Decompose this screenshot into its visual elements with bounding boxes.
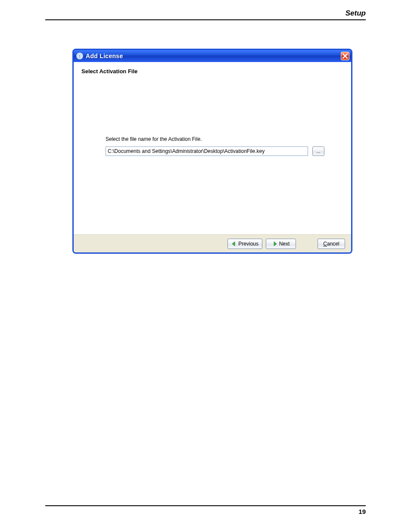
dialog-app-icon: ↑ xyxy=(76,53,83,59)
activation-file-path-input[interactable] xyxy=(106,146,308,156)
cancel-button[interactable]: Cancel xyxy=(318,239,345,249)
page-header-label: Setup xyxy=(346,9,366,18)
file-path-row: ... xyxy=(106,146,324,156)
dialog-title: Add License xyxy=(86,53,341,59)
browse-button[interactable]: ... xyxy=(312,146,324,156)
page-number: 19 xyxy=(358,508,366,515)
dialog-button-bar: Previous Next Cancel xyxy=(74,234,351,252)
next-button[interactable]: Next xyxy=(266,239,296,249)
header-rule xyxy=(45,19,366,20)
cancel-button-label: Cancel xyxy=(323,241,339,247)
previous-button[interactable]: Previous xyxy=(227,239,262,249)
footer-rule xyxy=(45,505,366,506)
arrow-left-icon xyxy=(231,241,237,246)
arrow-right-icon xyxy=(272,241,277,246)
close-icon xyxy=(342,53,348,59)
previous-button-label: Previous xyxy=(238,241,258,247)
add-license-dialog: ↑ Add License Select Activation File Sel… xyxy=(72,49,352,254)
instruction-text: Select the file name for the Activation … xyxy=(106,136,202,142)
page-footer: 19 xyxy=(45,505,366,506)
close-button[interactable] xyxy=(341,52,349,60)
dialog-body: Select Activation File Select the file n… xyxy=(74,62,351,234)
dialog-titlebar[interactable]: ↑ Add License xyxy=(74,50,351,62)
next-button-label: Next xyxy=(279,241,290,247)
dialog-heading: Select Activation File xyxy=(74,62,351,75)
